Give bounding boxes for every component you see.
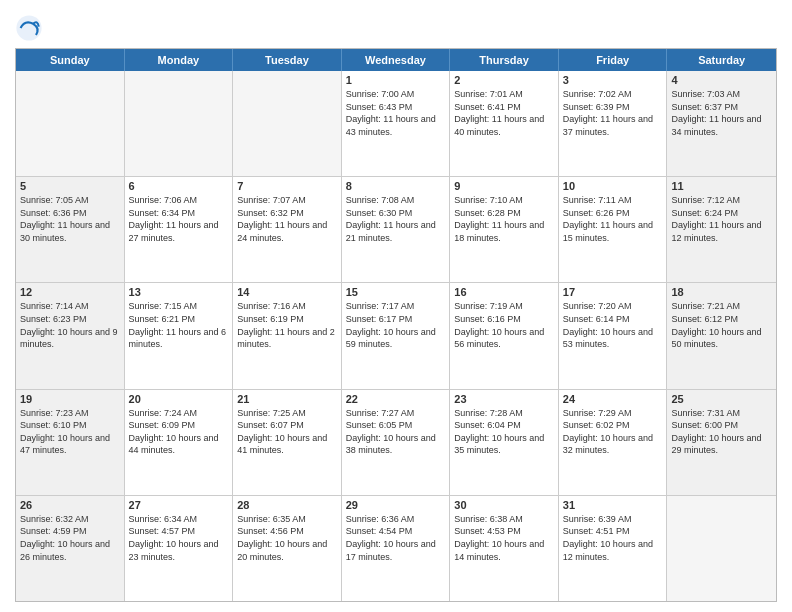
- day-number: 2: [454, 74, 554, 86]
- day-number: 25: [671, 393, 772, 405]
- day-info: Sunrise: 7:10 AMSunset: 6:28 PMDaylight:…: [454, 194, 554, 244]
- day-number: 14: [237, 286, 337, 298]
- header: [15, 10, 777, 42]
- day-number: 3: [563, 74, 663, 86]
- day-info: Sunrise: 6:34 AMSunset: 4:57 PMDaylight:…: [129, 513, 229, 563]
- day-number: 12: [20, 286, 120, 298]
- calendar-week-4: 19Sunrise: 7:23 AMSunset: 6:10 PMDayligh…: [16, 389, 776, 495]
- day-info: Sunrise: 7:05 AMSunset: 6:36 PMDaylight:…: [20, 194, 120, 244]
- day-info: Sunrise: 7:11 AMSunset: 6:26 PMDaylight:…: [563, 194, 663, 244]
- calendar: SundayMondayTuesdayWednesdayThursdayFrid…: [15, 48, 777, 602]
- day-number: 27: [129, 499, 229, 511]
- day-cell-29: 29Sunrise: 6:36 AMSunset: 4:54 PMDayligh…: [342, 496, 451, 601]
- day-number: 15: [346, 286, 446, 298]
- day-info: Sunrise: 7:20 AMSunset: 6:14 PMDaylight:…: [563, 300, 663, 350]
- day-cell-4: 4Sunrise: 7:03 AMSunset: 6:37 PMDaylight…: [667, 71, 776, 176]
- calendar-week-3: 12Sunrise: 7:14 AMSunset: 6:23 PMDayligh…: [16, 282, 776, 388]
- day-number: 10: [563, 180, 663, 192]
- day-cell-31: 31Sunrise: 6:39 AMSunset: 4:51 PMDayligh…: [559, 496, 668, 601]
- day-info: Sunrise: 7:07 AMSunset: 6:32 PMDaylight:…: [237, 194, 337, 244]
- day-number: 19: [20, 393, 120, 405]
- day-cell-20: 20Sunrise: 7:24 AMSunset: 6:09 PMDayligh…: [125, 390, 234, 495]
- day-cell-27: 27Sunrise: 6:34 AMSunset: 4:57 PMDayligh…: [125, 496, 234, 601]
- day-info: Sunrise: 7:23 AMSunset: 6:10 PMDaylight:…: [20, 407, 120, 457]
- header-day-friday: Friday: [559, 49, 668, 71]
- day-cell-13: 13Sunrise: 7:15 AMSunset: 6:21 PMDayligh…: [125, 283, 234, 388]
- day-number: 16: [454, 286, 554, 298]
- day-info: Sunrise: 7:03 AMSunset: 6:37 PMDaylight:…: [671, 88, 772, 138]
- day-cell-12: 12Sunrise: 7:14 AMSunset: 6:23 PMDayligh…: [16, 283, 125, 388]
- day-number: 31: [563, 499, 663, 511]
- day-number: 29: [346, 499, 446, 511]
- day-number: 7: [237, 180, 337, 192]
- day-info: Sunrise: 6:36 AMSunset: 4:54 PMDaylight:…: [346, 513, 446, 563]
- day-number: 11: [671, 180, 772, 192]
- day-info: Sunrise: 7:14 AMSunset: 6:23 PMDaylight:…: [20, 300, 120, 350]
- header-day-sunday: Sunday: [16, 49, 125, 71]
- day-number: 13: [129, 286, 229, 298]
- day-cell-26: 26Sunrise: 6:32 AMSunset: 4:59 PMDayligh…: [16, 496, 125, 601]
- day-cell-30: 30Sunrise: 6:38 AMSunset: 4:53 PMDayligh…: [450, 496, 559, 601]
- calendar-header: SundayMondayTuesdayWednesdayThursdayFrid…: [16, 49, 776, 71]
- calendar-body: 1Sunrise: 7:00 AMSunset: 6:43 PMDaylight…: [16, 71, 776, 601]
- day-info: Sunrise: 6:38 AMSunset: 4:53 PMDaylight:…: [454, 513, 554, 563]
- calendar-week-1: 1Sunrise: 7:00 AMSunset: 6:43 PMDaylight…: [16, 71, 776, 176]
- day-info: Sunrise: 7:08 AMSunset: 6:30 PMDaylight:…: [346, 194, 446, 244]
- day-cell-21: 21Sunrise: 7:25 AMSunset: 6:07 PMDayligh…: [233, 390, 342, 495]
- empty-cell: [233, 71, 342, 176]
- day-info: Sunrise: 7:19 AMSunset: 6:16 PMDaylight:…: [454, 300, 554, 350]
- day-info: Sunrise: 7:06 AMSunset: 6:34 PMDaylight:…: [129, 194, 229, 244]
- empty-cell: [667, 496, 776, 601]
- day-number: 28: [237, 499, 337, 511]
- empty-cell: [16, 71, 125, 176]
- day-cell-17: 17Sunrise: 7:20 AMSunset: 6:14 PMDayligh…: [559, 283, 668, 388]
- calendar-week-2: 5Sunrise: 7:05 AMSunset: 6:36 PMDaylight…: [16, 176, 776, 282]
- day-number: 22: [346, 393, 446, 405]
- day-number: 24: [563, 393, 663, 405]
- header-day-monday: Monday: [125, 49, 234, 71]
- day-info: Sunrise: 6:39 AMSunset: 4:51 PMDaylight:…: [563, 513, 663, 563]
- empty-cell: [125, 71, 234, 176]
- day-cell-24: 24Sunrise: 7:29 AMSunset: 6:02 PMDayligh…: [559, 390, 668, 495]
- day-number: 26: [20, 499, 120, 511]
- day-cell-15: 15Sunrise: 7:17 AMSunset: 6:17 PMDayligh…: [342, 283, 451, 388]
- day-info: Sunrise: 7:16 AMSunset: 6:19 PMDaylight:…: [237, 300, 337, 350]
- day-cell-23: 23Sunrise: 7:28 AMSunset: 6:04 PMDayligh…: [450, 390, 559, 495]
- day-cell-2: 2Sunrise: 7:01 AMSunset: 6:41 PMDaylight…: [450, 71, 559, 176]
- header-day-thursday: Thursday: [450, 49, 559, 71]
- day-cell-28: 28Sunrise: 6:35 AMSunset: 4:56 PMDayligh…: [233, 496, 342, 601]
- header-day-tuesday: Tuesday: [233, 49, 342, 71]
- day-number: 5: [20, 180, 120, 192]
- day-cell-3: 3Sunrise: 7:02 AMSunset: 6:39 PMDaylight…: [559, 71, 668, 176]
- header-day-saturday: Saturday: [667, 49, 776, 71]
- day-info: Sunrise: 7:15 AMSunset: 6:21 PMDaylight:…: [129, 300, 229, 350]
- day-cell-19: 19Sunrise: 7:23 AMSunset: 6:10 PMDayligh…: [16, 390, 125, 495]
- day-cell-1: 1Sunrise: 7:00 AMSunset: 6:43 PMDaylight…: [342, 71, 451, 176]
- header-day-wednesday: Wednesday: [342, 49, 451, 71]
- day-number: 6: [129, 180, 229, 192]
- day-cell-14: 14Sunrise: 7:16 AMSunset: 6:19 PMDayligh…: [233, 283, 342, 388]
- calendar-week-5: 26Sunrise: 6:32 AMSunset: 4:59 PMDayligh…: [16, 495, 776, 601]
- day-info: Sunrise: 7:00 AMSunset: 6:43 PMDaylight:…: [346, 88, 446, 138]
- day-number: 23: [454, 393, 554, 405]
- day-number: 1: [346, 74, 446, 86]
- day-info: Sunrise: 7:28 AMSunset: 6:04 PMDaylight:…: [454, 407, 554, 457]
- day-number: 17: [563, 286, 663, 298]
- day-cell-10: 10Sunrise: 7:11 AMSunset: 6:26 PMDayligh…: [559, 177, 668, 282]
- day-info: Sunrise: 6:32 AMSunset: 4:59 PMDaylight:…: [20, 513, 120, 563]
- day-number: 9: [454, 180, 554, 192]
- day-info: Sunrise: 7:12 AMSunset: 6:24 PMDaylight:…: [671, 194, 772, 244]
- day-cell-9: 9Sunrise: 7:10 AMSunset: 6:28 PMDaylight…: [450, 177, 559, 282]
- day-cell-16: 16Sunrise: 7:19 AMSunset: 6:16 PMDayligh…: [450, 283, 559, 388]
- day-info: Sunrise: 7:24 AMSunset: 6:09 PMDaylight:…: [129, 407, 229, 457]
- day-number: 4: [671, 74, 772, 86]
- logo-icon: [15, 14, 43, 42]
- day-info: Sunrise: 7:27 AMSunset: 6:05 PMDaylight:…: [346, 407, 446, 457]
- day-cell-11: 11Sunrise: 7:12 AMSunset: 6:24 PMDayligh…: [667, 177, 776, 282]
- day-number: 21: [237, 393, 337, 405]
- day-cell-8: 8Sunrise: 7:08 AMSunset: 6:30 PMDaylight…: [342, 177, 451, 282]
- page: SundayMondayTuesdayWednesdayThursdayFrid…: [0, 0, 792, 612]
- day-info: Sunrise: 7:01 AMSunset: 6:41 PMDaylight:…: [454, 88, 554, 138]
- day-cell-7: 7Sunrise: 7:07 AMSunset: 6:32 PMDaylight…: [233, 177, 342, 282]
- day-number: 20: [129, 393, 229, 405]
